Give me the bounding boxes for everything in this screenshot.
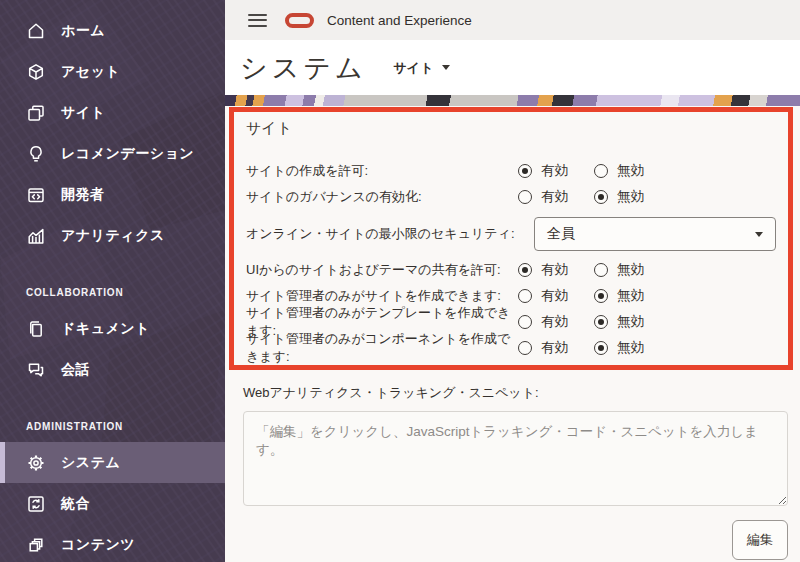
setting-row-allow-site-creation: サイトの作成を許可: 有効 無効 (246, 158, 776, 184)
setting-row-admin-only-components: サイト管理者のみがコンポーネントを作成できます: 有効 無効 (246, 335, 776, 361)
sidebar: ホーム アセット サイト レコメンデーション (0, 0, 225, 562)
radio-group: 有効 無効 (518, 188, 644, 206)
radio-option-enabled[interactable]: 有効 (518, 188, 568, 206)
sidebar-item-system[interactable]: システム (0, 442, 225, 483)
scope-selector-dropdown[interactable]: サイト (394, 59, 451, 77)
radio-option-enabled[interactable]: 有効 (518, 162, 568, 180)
setting-row-ui-sharing: UIからのサイトおよびテーマの共有を許可: 有効 無効 (246, 257, 776, 283)
lightbulb-icon (26, 144, 46, 164)
security-select-dropdown[interactable]: 全員 (534, 217, 776, 251)
sidebar-section-administration: ADMINISTRATION (26, 416, 225, 436)
security-select-value: 全員 (547, 225, 575, 243)
radio-option-disabled[interactable]: 無効 (594, 188, 644, 206)
radio-option-disabled[interactable]: 無効 (594, 313, 644, 331)
integration-icon (26, 494, 46, 514)
radio-button[interactable] (518, 341, 532, 355)
setting-label: UIからのサイトおよびテーマの共有を許可: (246, 261, 518, 279)
radio-option-enabled[interactable]: 有効 (518, 287, 568, 305)
sidebar-item-label: システム (61, 454, 120, 472)
sidebar-section-collaboration: COLLABORATION (26, 282, 225, 302)
setting-row-minimum-security: オンライン・サイトの最小限のセキュリティ: 全員 (246, 217, 776, 251)
tracking-snippet-textarea[interactable] (243, 411, 788, 506)
radio-option-enabled[interactable]: 有効 (518, 261, 568, 279)
page-title: システム (240, 50, 367, 86)
app-window: ホーム アセット サイト レコメンデーション (0, 0, 800, 562)
radio-button[interactable] (594, 263, 608, 277)
radio-group: 有効 無効 (518, 162, 644, 180)
top-app-bar: Content and Experience (225, 0, 800, 40)
documents-icon (26, 319, 46, 339)
settings-panel: サイト サイトの作成を許可: 有効 無効 サイトのガバナンスの有効化: 有効 無… (225, 106, 800, 562)
settings-group-title: サイト (246, 118, 776, 138)
radio-button[interactable] (518, 190, 532, 204)
analytics-chart-icon (26, 226, 46, 246)
app-title: Content and Experience (327, 13, 472, 28)
radio-group: 有効 無効 (518, 261, 644, 279)
scope-selector-label: サイト (394, 59, 434, 77)
setting-label: サイト管理者のみがコンポーネントを作成できます: (246, 330, 518, 366)
chevron-down-icon (755, 232, 763, 237)
sidebar-item-integration[interactable]: 統合 (0, 483, 225, 524)
oracle-logo-icon (285, 13, 314, 28)
gear-icon (26, 453, 46, 473)
sidebar-item-label: 開発者 (61, 186, 105, 204)
sidebar-item-label: 会話 (61, 361, 90, 379)
analytics-snippet-section: Webアナリティクス・トラッキング・スニペット: 編集 (243, 384, 788, 560)
radio-button[interactable] (594, 164, 608, 178)
hamburger-menu-icon[interactable] (248, 14, 267, 27)
sidebar-item-assets[interactable]: アセット (0, 51, 225, 92)
sidebar-item-documents[interactable]: ドキュメント (0, 308, 225, 349)
sidebar-item-home[interactable]: ホーム (0, 10, 225, 51)
radio-group: 有効 無効 (518, 287, 644, 305)
sidebar-item-label: コンテンツ (61, 536, 135, 554)
radio-button[interactable] (594, 315, 608, 329)
setting-label: サイト管理者のみがサイトを作成できます: (246, 287, 518, 305)
sidebar-item-recommendations[interactable]: レコメンデーション (0, 133, 225, 174)
radio-option-enabled[interactable]: 有効 (518, 313, 568, 331)
setting-label: サイトのガバナンスの有効化: (246, 188, 518, 206)
sidebar-item-label: アナリティクス (61, 227, 165, 245)
sidebar-item-developer[interactable]: 開発者 (0, 174, 225, 215)
radio-group: 有効 無効 (518, 339, 644, 357)
conversation-icon (26, 360, 46, 380)
radio-button[interactable] (518, 164, 532, 178)
sidebar-item-sites[interactable]: サイト (0, 92, 225, 133)
radio-option-disabled[interactable]: 無効 (594, 339, 644, 357)
sidebar-item-label: サイト (61, 104, 105, 122)
sidebar-item-label: ドキュメント (61, 320, 150, 338)
developer-code-icon (26, 185, 46, 205)
home-icon (26, 21, 46, 41)
sidebar-item-label: レコメンデーション (61, 145, 194, 163)
assets-cube-icon (26, 62, 46, 82)
radio-option-disabled[interactable]: 無効 (594, 287, 644, 305)
radio-button[interactable] (518, 263, 532, 277)
setting-label: サイトの作成を許可: (246, 162, 518, 180)
snippet-actions: 編集 (243, 520, 788, 560)
radio-option-enabled[interactable]: 有効 (518, 339, 568, 357)
page-header: システム サイト (225, 40, 800, 95)
sites-icon (26, 103, 46, 123)
setting-label: オンライン・サイトの最小限のセキュリティ: (246, 225, 518, 243)
radio-option-disabled[interactable]: 無効 (594, 162, 644, 180)
chevron-down-icon (442, 65, 450, 70)
setting-row-site-governance: サイトのガバナンスの有効化: 有効 無効 (246, 184, 776, 210)
radio-button[interactable] (594, 341, 608, 355)
sidebar-item-conversations[interactable]: 会話 (0, 349, 225, 390)
sidebar-nav: ホーム アセット サイト レコメンデーション (0, 0, 225, 562)
sidebar-item-label: 統合 (61, 495, 90, 513)
highlighted-settings-box: サイト サイトの作成を許可: 有効 無効 サイトのガバナンスの有効化: 有効 無… (229, 107, 793, 370)
radio-button[interactable] (594, 190, 608, 204)
snippet-label: Webアナリティクス・トラッキング・スニペット: (243, 384, 788, 402)
content-stack-icon (26, 535, 46, 555)
radio-button[interactable] (594, 289, 608, 303)
radio-group: 有効 無効 (518, 313, 644, 331)
sidebar-item-analytics[interactable]: アナリティクス (0, 215, 225, 256)
radio-button[interactable] (518, 315, 532, 329)
radio-button[interactable] (518, 289, 532, 303)
main-area: Content and Experience システム サイト サイト サイトの… (225, 0, 800, 562)
sidebar-item-content[interactable]: コンテンツ (0, 524, 225, 562)
edit-button[interactable]: 編集 (732, 520, 788, 560)
radio-option-disabled[interactable]: 無効 (594, 261, 644, 279)
sidebar-item-label: アセット (61, 63, 120, 81)
sidebar-item-label: ホーム (61, 22, 105, 40)
